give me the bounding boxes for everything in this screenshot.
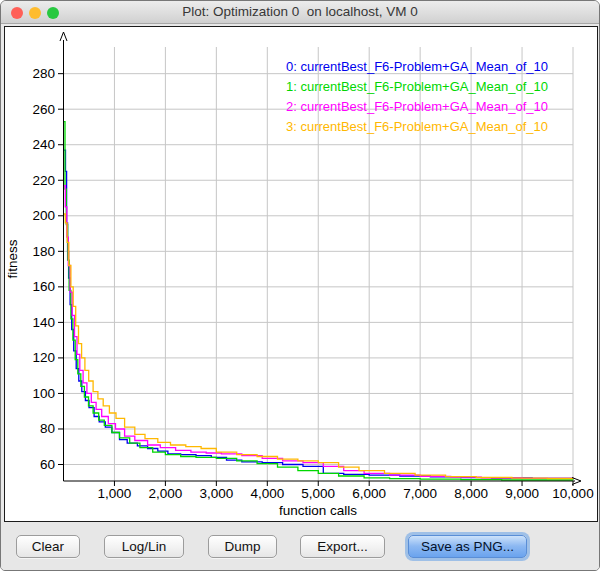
svg-text:160: 160 [32,279,55,294]
svg-text:80: 80 [40,421,55,436]
x-axis-label: function calls [279,503,357,518]
svg-text:200: 200 [32,208,55,223]
svg-text:5,000: 5,000 [301,486,335,501]
svg-text:260: 260 [32,102,55,117]
svg-text:280: 280 [32,66,55,81]
svg-text:100: 100 [32,386,55,401]
svg-text:220: 220 [32,173,55,188]
export-button[interactable]: Export... [300,535,385,558]
svg-text:1,000: 1,000 [98,486,132,501]
svg-text:6,000: 6,000 [352,486,386,501]
log-lin-button[interactable]: Log/Lin [104,535,184,558]
legend-entry-0: 0: currentBest_F6-Problem+GA_Mean_of_10 [286,59,548,74]
legend-entry-1: 1: currentBest_F6-Problem+GA_Mean_of_10 [286,79,548,94]
svg-text:60: 60 [40,457,55,472]
svg-text:180: 180 [32,244,55,259]
legend-entry-2: 2: currentBest_F6-Problem+GA_Mean_of_10 [286,99,548,114]
svg-text:7,000: 7,000 [403,486,437,501]
svg-text:140: 140 [32,315,55,330]
dump-button[interactable]: Dump [208,535,277,558]
y-axis-label: fitness [5,239,20,278]
svg-text:8,000: 8,000 [454,486,488,501]
svg-text:10,000: 10,000 [552,486,593,501]
svg-text:240: 240 [32,137,55,152]
clear-button[interactable]: Clear [16,535,80,558]
svg-text:3,000: 3,000 [199,486,233,501]
plot-canvas: 60801001201401601802002202402602801,0002… [4,26,598,522]
svg-text:2,000: 2,000 [149,486,183,501]
svg-text:9,000: 9,000 [505,486,539,501]
legend: 0: currentBest_F6-Problem+GA_Mean_of_101… [286,59,548,134]
legend-entry-3: 3: currentBest_F6-Problem+GA_Mean_of_10 [286,119,548,134]
fitness-chart: 60801001201401601802002202402602801,0002… [5,27,597,521]
window-title: Plot: Optimization 0 on localhost, VM 0 [1,4,599,19]
svg-text:4,000: 4,000 [250,486,284,501]
title-bar[interactable]: Plot: Optimization 0 on localhost, VM 0 [1,1,599,24]
save-as-png-button[interactable]: Save as PNG... [408,535,527,558]
plot-window: Plot: Optimization 0 on localhost, VM 0 … [0,0,600,571]
svg-text:120: 120 [32,350,55,365]
button-bar: Clear Log/Lin Dump Export... Save as PNG… [1,522,599,571]
